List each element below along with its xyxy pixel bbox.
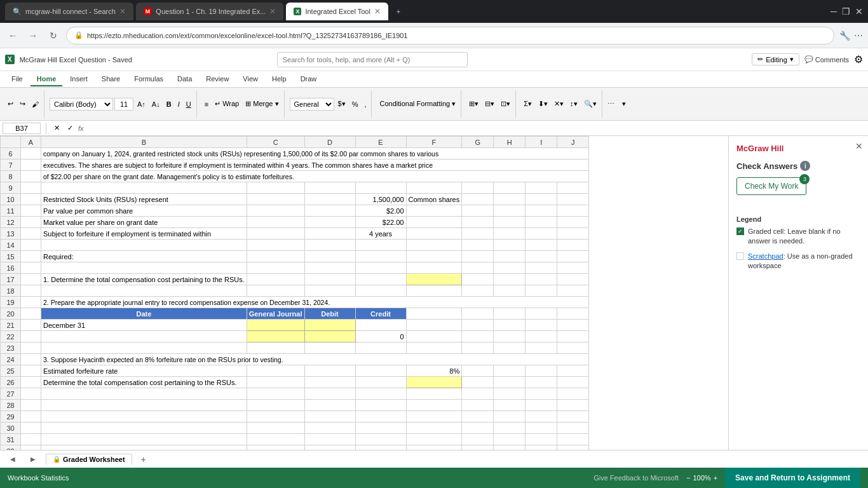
cell-G30[interactable] bbox=[462, 423, 494, 434]
col-header-G[interactable]: G bbox=[462, 137, 494, 148]
cell-D27[interactable] bbox=[304, 388, 355, 400]
cell-B22[interactable] bbox=[41, 331, 247, 342]
cell-G17[interactable] bbox=[462, 274, 494, 285]
cell-G16[interactable] bbox=[462, 262, 494, 274]
cell-E28[interactable] bbox=[355, 400, 406, 411]
cell-C30[interactable] bbox=[247, 423, 304, 434]
cell-B32[interactable] bbox=[41, 445, 247, 451]
cell-I23[interactable] bbox=[526, 342, 557, 354]
extensions-icon[interactable]: 🔧 bbox=[839, 30, 850, 41]
col-header-H[interactable]: H bbox=[494, 137, 526, 148]
cell-B11[interactable]: Par value per common share bbox=[41, 205, 247, 217]
cell-F15[interactable] bbox=[406, 251, 462, 262]
cell-B25[interactable]: Estimated forfeiture rate bbox=[41, 365, 247, 377]
cell-J15[interactable] bbox=[557, 251, 589, 262]
cell-J28[interactable] bbox=[557, 400, 589, 411]
cell-C13[interactable] bbox=[247, 228, 304, 240]
cell-H21[interactable] bbox=[494, 320, 526, 331]
cell-G14[interactable] bbox=[462, 240, 494, 251]
check-my-work-button[interactable]: Check My Work 3 bbox=[736, 177, 806, 195]
cell-F18[interactable] bbox=[406, 285, 462, 297]
cell-A16[interactable] bbox=[21, 262, 41, 274]
back-btn[interactable]: ← bbox=[5, 28, 20, 43]
clear-btn[interactable]: ✕▾ bbox=[552, 98, 566, 109]
cell-F11[interactable] bbox=[406, 205, 462, 217]
cell-H10[interactable] bbox=[494, 194, 526, 205]
cell-B18[interactable] bbox=[41, 285, 247, 297]
browser-tab-3[interactable]: X Integrated Excel Tool ✕ bbox=[286, 3, 388, 20]
cell-I13[interactable] bbox=[526, 228, 557, 240]
ribbon-tab-data[interactable]: Data bbox=[171, 72, 198, 86]
cell-I9[interactable] bbox=[526, 182, 557, 194]
cell-C22-input[interactable] bbox=[247, 331, 304, 342]
fill-btn[interactable]: ⬇▾ bbox=[536, 98, 550, 109]
cell-A22[interactable] bbox=[21, 331, 41, 342]
feedback-label[interactable]: Give Feedback to Microsoft bbox=[593, 474, 679, 482]
cell-J9[interactable] bbox=[557, 182, 589, 194]
cell-D16[interactable] bbox=[304, 262, 355, 274]
insert-cells-btn[interactable]: ⊞▾ bbox=[466, 98, 481, 109]
url-bar[interactable]: 🔒 https://ezto.mheducation.com/ext/commo… bbox=[66, 27, 834, 44]
cell-A10[interactable] bbox=[21, 194, 41, 205]
cell-A15[interactable] bbox=[21, 251, 41, 262]
cell-B30[interactable] bbox=[41, 423, 247, 434]
more-btn[interactable]: ⋯ bbox=[605, 98, 617, 109]
cell-C17[interactable] bbox=[247, 274, 304, 285]
cell-E18[interactable] bbox=[355, 285, 406, 297]
number-format-select[interactable]: General bbox=[290, 98, 334, 111]
cell-E20-header[interactable]: Credit bbox=[355, 308, 406, 320]
cell-F9[interactable] bbox=[406, 182, 462, 194]
cell-I30[interactable] bbox=[526, 423, 557, 434]
cell-G15[interactable] bbox=[462, 251, 494, 262]
cell-H20[interactable] bbox=[494, 308, 526, 320]
cell-G11[interactable] bbox=[462, 205, 494, 217]
cell-F21[interactable] bbox=[406, 320, 462, 331]
col-header-I[interactable]: I bbox=[526, 137, 557, 148]
cell-D9[interactable] bbox=[304, 182, 355, 194]
cell-A23[interactable] bbox=[21, 342, 41, 354]
workbook-statistics-label[interactable]: Workbook Statistics bbox=[8, 474, 69, 482]
cell-A11[interactable] bbox=[21, 205, 41, 217]
cell-G20[interactable] bbox=[462, 308, 494, 320]
cell-E22[interactable]: 0 bbox=[355, 331, 406, 342]
cell-E21[interactable] bbox=[355, 320, 406, 331]
cell-A28[interactable] bbox=[21, 400, 41, 411]
cell-B8[interactable]: of $22.00 per share on the grant date. M… bbox=[41, 171, 589, 182]
sheet-nav-left[interactable]: ◀ bbox=[5, 452, 20, 467]
cell-A27[interactable] bbox=[21, 388, 41, 400]
cell-C15[interactable] bbox=[247, 251, 304, 262]
format-painter-btn[interactable]: 🖌 bbox=[29, 99, 41, 109]
cell-B17[interactable]: 1. Determine the total compensation cost… bbox=[41, 274, 247, 285]
forward-btn[interactable]: → bbox=[25, 28, 41, 43]
cell-D28[interactable] bbox=[304, 400, 355, 411]
cell-B15[interactable]: Required: bbox=[41, 251, 247, 262]
cell-A19[interactable] bbox=[21, 297, 41, 308]
font-select[interactable]: Calibri (Body) bbox=[50, 98, 113, 111]
tab1-close[interactable]: ✕ bbox=[119, 7, 126, 16]
cell-A31[interactable] bbox=[21, 434, 41, 445]
cell-C11[interactable] bbox=[247, 205, 304, 217]
comma-btn[interactable]: , bbox=[362, 99, 369, 109]
cell-F27[interactable] bbox=[406, 388, 462, 400]
cell-D11[interactable] bbox=[304, 205, 355, 217]
col-header-D[interactable]: D bbox=[304, 137, 355, 148]
cell-J25[interactable] bbox=[557, 365, 589, 377]
ribbon-tab-draw[interactable]: Draw bbox=[294, 72, 323, 86]
zoom-out-btn[interactable]: − bbox=[686, 474, 690, 482]
cell-G22[interactable] bbox=[462, 331, 494, 342]
delete-cells-btn[interactable]: ⊟▾ bbox=[482, 98, 497, 109]
cell-J11[interactable] bbox=[557, 205, 589, 217]
browser-tab-2[interactable]: M Question 1 - Ch. 19 Integrated Ex... ✕ bbox=[136, 3, 284, 20]
cell-H28[interactable] bbox=[494, 400, 526, 411]
cell-C18[interactable] bbox=[247, 285, 304, 297]
cell-D26[interactable] bbox=[304, 377, 355, 388]
cell-D31[interactable] bbox=[304, 434, 355, 445]
cell-E9[interactable] bbox=[355, 182, 406, 194]
cell-G21[interactable] bbox=[462, 320, 494, 331]
cell-G29[interactable] bbox=[462, 411, 494, 423]
cell-C14[interactable] bbox=[247, 240, 304, 251]
cell-I10[interactable] bbox=[526, 194, 557, 205]
cell-I26[interactable] bbox=[526, 377, 557, 388]
cell-E17[interactable] bbox=[355, 274, 406, 285]
cell-J16[interactable] bbox=[557, 262, 589, 274]
